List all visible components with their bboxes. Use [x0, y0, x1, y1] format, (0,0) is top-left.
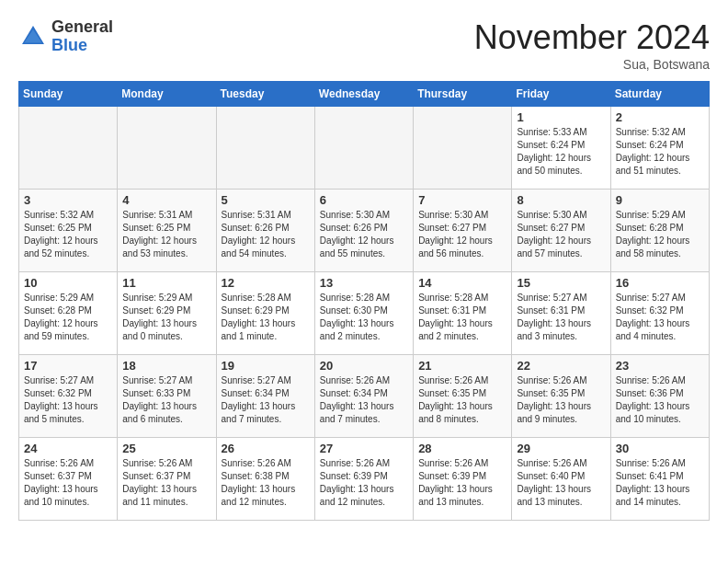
- day-info: Sunrise: 5:31 AM Sunset: 6:25 PM Dayligh…: [122, 209, 210, 260]
- day-info: Sunrise: 5:28 AM Sunset: 6:29 PM Dayligh…: [222, 292, 310, 343]
- calendar-cell: 30 Sunrise: 5:26 AM Sunset: 6:41 PM Dayl…: [610, 438, 709, 521]
- day-info: Sunrise: 5:29 AM Sunset: 6:28 PM Dayligh…: [616, 209, 704, 260]
- calendar-cell: 25 Sunrise: 5:26 AM Sunset: 6:37 PM Dayl…: [118, 438, 216, 521]
- day-number: 20: [320, 359, 408, 373]
- day-info: Sunrise: 5:27 AM Sunset: 6:33 PM Dayligh…: [122, 374, 210, 426]
- day-info: Sunrise: 5:26 AM Sunset: 6:37 PM Dayligh…: [24, 457, 112, 509]
- day-info: Sunrise: 5:28 AM Sunset: 6:30 PM Dayligh…: [320, 292, 408, 343]
- day-number: 12: [222, 276, 310, 290]
- calendar-cell: 6 Sunrise: 5:30 AM Sunset: 6:26 PM Dayli…: [314, 190, 413, 272]
- col-header-wednesday: Wednesday: [314, 82, 413, 107]
- calendar-cell: 5 Sunrise: 5:31 AM Sunset: 6:26 PM Dayli…: [216, 190, 314, 272]
- day-info: Sunrise: 5:26 AM Sunset: 6:39 PM Dayligh…: [320, 457, 408, 509]
- calendar-cell: 13 Sunrise: 5:28 AM Sunset: 6:30 PM Dayl…: [314, 272, 413, 355]
- day-number: 23: [616, 359, 704, 373]
- day-info: Sunrise: 5:26 AM Sunset: 6:36 PM Dayligh…: [616, 374, 704, 426]
- day-number: 4: [122, 193, 210, 207]
- day-number: 26: [222, 442, 310, 455]
- calendar-cell: 3 Sunrise: 5:32 AM Sunset: 6:25 PM Dayli…: [19, 190, 118, 272]
- calendar-cell: 28 Sunrise: 5:26 AM Sunset: 6:39 PM Dayl…: [414, 438, 512, 521]
- location: Sua, Botswana: [474, 57, 710, 72]
- calendar-cell: 4 Sunrise: 5:31 AM Sunset: 6:25 PM Dayli…: [118, 190, 216, 272]
- day-info: Sunrise: 5:26 AM Sunset: 6:37 PM Dayligh…: [122, 457, 210, 509]
- day-info: Sunrise: 5:26 AM Sunset: 6:41 PM Dayligh…: [616, 457, 704, 509]
- day-number: 13: [320, 276, 408, 290]
- calendar-cell: 10 Sunrise: 5:29 AM Sunset: 6:28 PM Dayl…: [19, 272, 118, 355]
- day-info: Sunrise: 5:27 AM Sunset: 6:32 PM Dayligh…: [616, 292, 704, 343]
- day-number: 28: [418, 442, 506, 455]
- calendar-week-row: 10 Sunrise: 5:29 AM Sunset: 6:28 PM Dayl…: [19, 272, 710, 355]
- calendar-header-row: SundayMondayTuesdayWednesdayThursdayFrid…: [19, 82, 710, 107]
- day-info: Sunrise: 5:32 AM Sunset: 6:24 PM Dayligh…: [616, 126, 704, 178]
- calendar-cell: 12 Sunrise: 5:28 AM Sunset: 6:29 PM Dayl…: [216, 272, 314, 355]
- day-info: Sunrise: 5:26 AM Sunset: 6:39 PM Dayligh…: [418, 457, 506, 509]
- day-info: Sunrise: 5:27 AM Sunset: 6:31 PM Dayligh…: [517, 292, 605, 343]
- calendar-cell: 17 Sunrise: 5:27 AM Sunset: 6:32 PM Dayl…: [19, 355, 118, 438]
- day-number: 22: [517, 359, 605, 373]
- day-number: 9: [616, 193, 704, 207]
- day-number: 30: [616, 442, 704, 455]
- day-number: 19: [222, 359, 310, 373]
- day-info: Sunrise: 5:30 AM Sunset: 6:27 PM Dayligh…: [517, 209, 605, 260]
- day-info: Sunrise: 5:30 AM Sunset: 6:26 PM Dayligh…: [320, 209, 408, 260]
- calendar-cell: 20 Sunrise: 5:26 AM Sunset: 6:34 PM Dayl…: [314, 355, 413, 438]
- calendar-cell: 7 Sunrise: 5:30 AM Sunset: 6:27 PM Dayli…: [414, 190, 512, 272]
- calendar-week-row: 3 Sunrise: 5:32 AM Sunset: 6:25 PM Dayli…: [19, 190, 710, 272]
- day-number: 11: [122, 276, 210, 290]
- calendar-week-row: 1 Sunrise: 5:33 AM Sunset: 6:24 PM Dayli…: [19, 107, 710, 190]
- title-block: November 2024 Sua, Botswana: [474, 18, 710, 72]
- day-info: Sunrise: 5:32 AM Sunset: 6:25 PM Dayligh…: [24, 209, 112, 260]
- col-header-monday: Monday: [118, 82, 216, 107]
- calendar-cell: 15 Sunrise: 5:27 AM Sunset: 6:31 PM Dayl…: [512, 272, 610, 355]
- day-number: 16: [616, 276, 704, 290]
- day-info: Sunrise: 5:26 AM Sunset: 6:40 PM Dayligh…: [517, 457, 605, 509]
- calendar-cell: 21 Sunrise: 5:26 AM Sunset: 6:35 PM Dayl…: [414, 355, 512, 438]
- day-number: 7: [418, 193, 506, 207]
- logo-text: General Blue: [51, 18, 113, 55]
- day-info: Sunrise: 5:31 AM Sunset: 6:26 PM Dayligh…: [222, 209, 310, 260]
- day-number: 1: [517, 110, 605, 124]
- day-number: 18: [122, 359, 210, 373]
- day-info: Sunrise: 5:26 AM Sunset: 6:35 PM Dayligh…: [418, 374, 506, 426]
- day-number: 15: [517, 276, 605, 290]
- calendar-table: SundayMondayTuesdayWednesdayThursdayFrid…: [18, 81, 710, 521]
- day-number: 25: [122, 442, 210, 455]
- page-header: General Blue November 2024 Sua, Botswana: [18, 18, 710, 72]
- calendar-cell: 14 Sunrise: 5:28 AM Sunset: 6:31 PM Dayl…: [414, 272, 512, 355]
- day-info: Sunrise: 5:26 AM Sunset: 6:38 PM Dayligh…: [222, 457, 310, 509]
- calendar-cell: 23 Sunrise: 5:26 AM Sunset: 6:36 PM Dayl…: [610, 355, 709, 438]
- logo-icon: [18, 22, 48, 52]
- col-header-thursday: Thursday: [414, 82, 512, 107]
- calendar-cell: 1 Sunrise: 5:33 AM Sunset: 6:24 PM Dayli…: [512, 107, 610, 190]
- calendar-cell: [216, 107, 314, 190]
- col-header-saturday: Saturday: [610, 82, 709, 107]
- day-info: Sunrise: 5:33 AM Sunset: 6:24 PM Dayligh…: [517, 126, 605, 178]
- day-info: Sunrise: 5:29 AM Sunset: 6:28 PM Dayligh…: [24, 292, 112, 343]
- logo-general: General: [51, 18, 113, 37]
- calendar-cell: 19 Sunrise: 5:27 AM Sunset: 6:34 PM Dayl…: [216, 355, 314, 438]
- calendar-cell: 18 Sunrise: 5:27 AM Sunset: 6:33 PM Dayl…: [118, 355, 216, 438]
- calendar-cell: [19, 107, 118, 190]
- day-info: Sunrise: 5:26 AM Sunset: 6:34 PM Dayligh…: [320, 374, 408, 426]
- day-info: Sunrise: 5:30 AM Sunset: 6:27 PM Dayligh…: [418, 209, 506, 260]
- calendar-cell: [414, 107, 512, 190]
- logo: General Blue: [18, 18, 113, 55]
- day-number: 21: [418, 359, 506, 373]
- day-info: Sunrise: 5:26 AM Sunset: 6:35 PM Dayligh…: [517, 374, 605, 426]
- col-header-tuesday: Tuesday: [216, 82, 314, 107]
- calendar-cell: 26 Sunrise: 5:26 AM Sunset: 6:38 PM Dayl…: [216, 438, 314, 521]
- day-number: 10: [24, 276, 112, 290]
- logo-blue: Blue: [51, 37, 113, 55]
- day-number: 3: [24, 193, 112, 207]
- day-info: Sunrise: 5:27 AM Sunset: 6:32 PM Dayligh…: [24, 374, 112, 426]
- calendar-cell: [314, 107, 413, 190]
- day-number: 8: [517, 193, 605, 207]
- day-number: 5: [222, 193, 310, 207]
- calendar-cell: 9 Sunrise: 5:29 AM Sunset: 6:28 PM Dayli…: [610, 190, 709, 272]
- calendar-cell: 16 Sunrise: 5:27 AM Sunset: 6:32 PM Dayl…: [610, 272, 709, 355]
- calendar-cell: [118, 107, 216, 190]
- col-header-sunday: Sunday: [19, 82, 118, 107]
- calendar-cell: 27 Sunrise: 5:26 AM Sunset: 6:39 PM Dayl…: [314, 438, 413, 521]
- calendar-week-row: 24 Sunrise: 5:26 AM Sunset: 6:37 PM Dayl…: [19, 438, 710, 521]
- day-number: 14: [418, 276, 506, 290]
